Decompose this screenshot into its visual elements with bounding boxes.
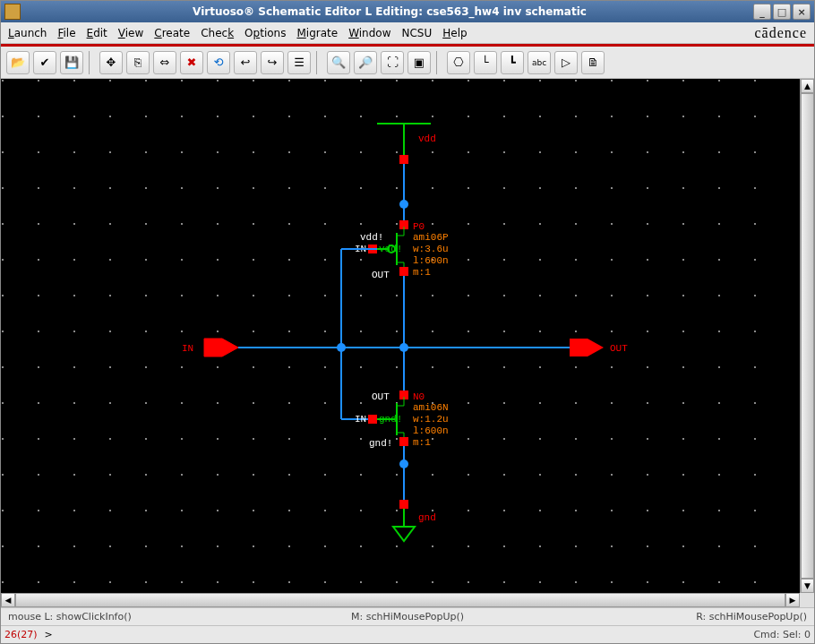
delete-button[interactable]: ✖ xyxy=(180,51,203,74)
zoom-fit-button[interactable]: ⛶ xyxy=(381,51,404,74)
menu-check[interactable]: Check xyxy=(201,27,234,39)
schematic-canvas[interactable]: vdd P0 ami06P vdd! IN vdd! xyxy=(1,79,800,593)
svg-rect-35 xyxy=(399,437,408,446)
redo-button[interactable]: ↩ xyxy=(234,51,257,74)
titlebar: Virtuoso® Schematic Editor L Editing: cs… xyxy=(1,1,814,22)
window-title: Virtuoso® Schematic Editor L Editing: cs… xyxy=(26,5,753,18)
nmos-name: N0 xyxy=(413,391,425,402)
repeat-button[interactable]: ↪ xyxy=(261,51,284,74)
instance-button[interactable]: ⎔ xyxy=(447,51,470,74)
brand-logo: cādence xyxy=(754,25,807,41)
svg-rect-28 xyxy=(368,415,377,424)
scroll-right-button[interactable]: ▶ xyxy=(785,593,800,607)
menu-ncsu[interactable]: NCSU xyxy=(401,27,432,39)
menubar: Launch File Edit View Create Check Optio… xyxy=(1,22,814,44)
minimize-button[interactable]: _ xyxy=(753,4,771,20)
pin-button[interactable]: ▷ xyxy=(554,51,578,74)
hscroll-row: ◀ ▶ xyxy=(1,593,814,607)
window-buttons: _ □ × xyxy=(753,4,811,20)
zoom-in-button[interactable]: 🔍 xyxy=(327,51,350,74)
pmos-name: P0 xyxy=(413,221,425,232)
pmos-w: w:3.6u xyxy=(413,244,449,254)
cmd-sel-info: Cmd: Sel: 0 xyxy=(753,629,811,640)
menu-edit[interactable]: Edit xyxy=(87,27,107,39)
menu-view[interactable]: View xyxy=(118,27,143,39)
undo-button[interactable]: ⟲ xyxy=(207,51,230,74)
save-button[interactable]: 💾 xyxy=(60,51,83,74)
move-button[interactable]: ✥ xyxy=(99,51,123,74)
coordinates: 26(27) xyxy=(4,629,38,640)
in-pin-label: IN xyxy=(182,343,193,354)
scroll-up-button[interactable]: ▲ xyxy=(801,79,814,93)
mouse-right-info: R: schHiMousePopUp() xyxy=(696,611,807,623)
nmos-lib: ami06N xyxy=(413,402,449,413)
command-prompt[interactable]: > xyxy=(45,629,747,640)
scroll-left-button[interactable]: ◀ xyxy=(1,593,15,607)
menu-launch[interactable]: Launch xyxy=(8,27,47,39)
nmos-gate-label: IN xyxy=(355,414,366,425)
nmos-drain-label: OUT xyxy=(372,391,390,402)
pmos-drain-label: vdd! xyxy=(360,232,383,243)
copy-button[interactable]: ⎘ xyxy=(126,51,150,74)
wire-button[interactable]: └ xyxy=(474,51,497,74)
out-pin-label: OUT xyxy=(610,343,628,354)
nmos-l: l:600n xyxy=(413,425,449,436)
note-button[interactable]: 🗎 xyxy=(581,51,605,74)
canvas-wrap: vdd P0 ami06P vdd! IN vdd! xyxy=(1,79,814,593)
open-button[interactable]: 📂 xyxy=(6,51,30,74)
svg-rect-38 xyxy=(399,500,408,509)
pmos-source-label: OUT xyxy=(372,270,390,280)
svg-point-37 xyxy=(399,459,408,468)
mouse-middle-info: M: schHiMousePopUp() xyxy=(351,611,464,623)
vdd-label: vdd xyxy=(418,133,436,144)
svg-rect-1 xyxy=(1,79,784,591)
check-button[interactable]: ✔ xyxy=(33,51,56,74)
menu-file[interactable]: File xyxy=(57,27,75,39)
mouse-status-bar: mouse L: showClickInfo() M: schHiMousePo… xyxy=(1,607,814,625)
toolbar-separator xyxy=(436,51,442,74)
menu-options[interactable]: Options xyxy=(244,27,286,39)
nmos-w: w:1.2u xyxy=(413,414,449,425)
pmos-l: l:600n xyxy=(413,255,449,266)
scrollbar-corner xyxy=(800,593,814,607)
vertical-scrollbar[interactable]: ▲ ▼ xyxy=(800,79,814,593)
command-status-bar: 26(27) > Cmd: Sel: 0 xyxy=(1,625,814,643)
maximize-button[interactable]: □ xyxy=(773,4,791,20)
gnd-label: gnd xyxy=(418,512,436,523)
app-icon xyxy=(4,4,21,20)
properties-button[interactable]: ☰ xyxy=(287,51,311,74)
nmos-m: m:1 xyxy=(413,437,431,448)
toolbar-separator xyxy=(89,51,94,74)
stretch-button[interactable]: ⇔ xyxy=(153,51,176,74)
pin-vdd-conn xyxy=(399,155,408,164)
toolbar: 📂 ✔ 💾 ✥ ⎘ ⇔ ✖ ⟲ ↩ ↪ ☰ 🔍 🔎 ⛶ ▣ ⎔ └ ┗ abc … xyxy=(1,47,814,79)
menu-create[interactable]: Create xyxy=(154,27,190,39)
svg-rect-15 xyxy=(399,267,408,276)
svg-point-5 xyxy=(399,200,408,209)
main-window: Virtuoso® Schematic Editor L Editing: cs… xyxy=(0,0,815,644)
label-button[interactable]: abc xyxy=(528,51,551,74)
wide-wire-button[interactable]: ┗ xyxy=(501,51,524,74)
menu-migrate[interactable]: Migrate xyxy=(296,27,338,39)
zoom-sel-button[interactable]: ▣ xyxy=(408,51,431,74)
horizontal-scrollbar[interactable]: ◀ ▶ xyxy=(1,593,800,607)
nmos-source-label: gnd! xyxy=(369,438,392,449)
menu-window[interactable]: Window xyxy=(348,27,390,39)
menu-help[interactable]: Help xyxy=(442,27,467,39)
pmos-lib: ami06P xyxy=(413,232,449,243)
toolbar-separator xyxy=(316,51,322,74)
mouse-left-info: mouse L: showClickInfo() xyxy=(8,611,132,623)
zoom-out-button[interactable]: 🔎 xyxy=(354,51,377,74)
pmos-m: m:1 xyxy=(413,267,431,278)
scroll-down-button[interactable]: ▼ xyxy=(801,579,814,593)
close-button[interactable]: × xyxy=(793,4,811,20)
